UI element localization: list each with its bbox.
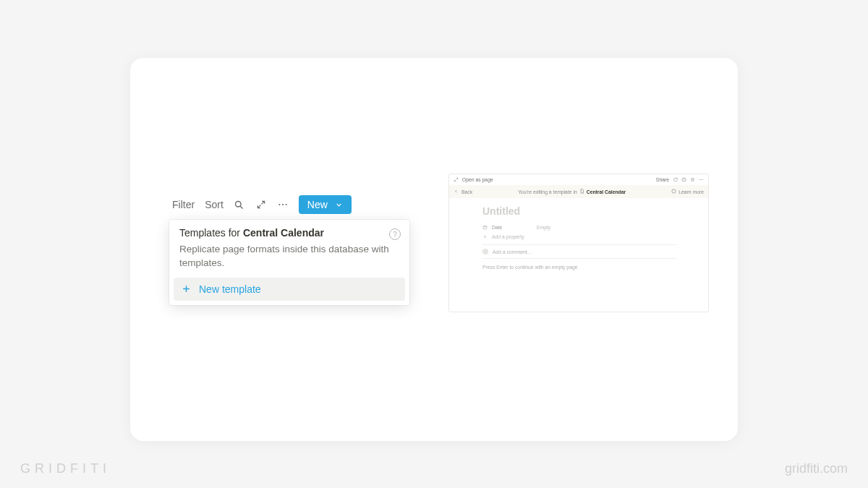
new-template-label: New template bbox=[199, 283, 261, 295]
page-title[interactable]: Untitled bbox=[482, 205, 676, 217]
add-property-button[interactable]: Add a property bbox=[482, 232, 676, 241]
svg-point-8 bbox=[699, 179, 700, 180]
add-comment-row[interactable]: Add a comment… bbox=[482, 244, 676, 259]
help-icon[interactable]: ? bbox=[389, 228, 401, 240]
page-body: Untitled Date Empty Add a property Add a… bbox=[449, 198, 708, 270]
new-template-button[interactable]: New template bbox=[174, 278, 405, 301]
templates-popup-header: Templates for Central Calendar ? Replica… bbox=[169, 220, 409, 278]
more-icon[interactable] bbox=[277, 199, 289, 210]
banner-db-name[interactable]: Central Calendar bbox=[587, 189, 626, 194]
editing-template-banner: Back You're editing a template in Centra… bbox=[449, 185, 708, 198]
content-card: Filter Sort New Templates for Central bbox=[130, 58, 738, 441]
title-database-name: Central Calendar bbox=[243, 227, 324, 239]
open-as-page-icon bbox=[454, 177, 459, 182]
preview-topbar: Open as page Share bbox=[449, 174, 708, 185]
info-icon bbox=[671, 189, 676, 194]
learn-more-link[interactable]: Learn more bbox=[678, 189, 704, 194]
svg-point-4 bbox=[285, 204, 286, 205]
avatar bbox=[482, 249, 488, 254]
back-arrow-icon[interactable] bbox=[454, 189, 459, 194]
search-icon[interactable] bbox=[234, 199, 245, 210]
svg-point-3 bbox=[282, 204, 284, 205]
svg-point-0 bbox=[236, 201, 242, 207]
more-menu-icon[interactable] bbox=[699, 177, 704, 182]
expand-icon[interactable] bbox=[255, 199, 267, 210]
plus-icon bbox=[482, 234, 488, 239]
open-as-page-button[interactable]: Open as page bbox=[462, 177, 493, 182]
back-button[interactable]: Back bbox=[461, 189, 472, 194]
new-button-dropdown[interactable] bbox=[328, 201, 350, 209]
svg-point-10 bbox=[702, 179, 703, 180]
clock-icon[interactable] bbox=[681, 177, 686, 182]
property-row-date[interactable]: Date Empty bbox=[482, 223, 676, 232]
banner-prefix: You're editing a template in bbox=[518, 189, 577, 194]
template-page-preview: Open as page Share bbox=[448, 174, 709, 312]
brand-url: gridfiti.com bbox=[785, 461, 848, 476]
svg-rect-12 bbox=[483, 226, 487, 228]
page-icon bbox=[579, 189, 584, 194]
svg-point-2 bbox=[278, 204, 280, 205]
empty-page-hint: Press Enter to continue with an empty pa… bbox=[482, 265, 676, 270]
svg-point-11 bbox=[672, 189, 676, 193]
database-toolbar-area: Filter Sort New Templates for Central bbox=[169, 195, 409, 305]
templates-popup: Templates for Central Calendar ? Replica… bbox=[169, 220, 409, 305]
svg-point-9 bbox=[701, 179, 702, 180]
star-icon[interactable] bbox=[690, 177, 695, 182]
property-value[interactable]: Empty bbox=[537, 225, 550, 230]
templates-popup-title: Templates for Central Calendar bbox=[179, 227, 399, 239]
comment-placeholder: Add a comment… bbox=[493, 249, 532, 254]
calendar-icon bbox=[482, 225, 488, 230]
plus-icon bbox=[181, 283, 192, 294]
comments-icon[interactable] bbox=[673, 177, 678, 182]
new-button-label: New bbox=[307, 199, 328, 210]
add-property-label: Add a property bbox=[492, 234, 524, 239]
svg-line-1 bbox=[240, 206, 242, 208]
title-prefix: Templates for bbox=[179, 227, 243, 239]
property-name: Date bbox=[492, 225, 532, 230]
share-button[interactable]: Share bbox=[656, 177, 669, 182]
templates-popup-description: Replicate page formats inside this datab… bbox=[179, 243, 399, 270]
new-button[interactable]: New bbox=[299, 195, 352, 214]
brand-logo: GRIDFITI bbox=[20, 461, 111, 476]
database-toolbar: Filter Sort New bbox=[169, 195, 409, 214]
sort-button[interactable]: Sort bbox=[205, 199, 224, 210]
filter-button[interactable]: Filter bbox=[172, 199, 195, 210]
